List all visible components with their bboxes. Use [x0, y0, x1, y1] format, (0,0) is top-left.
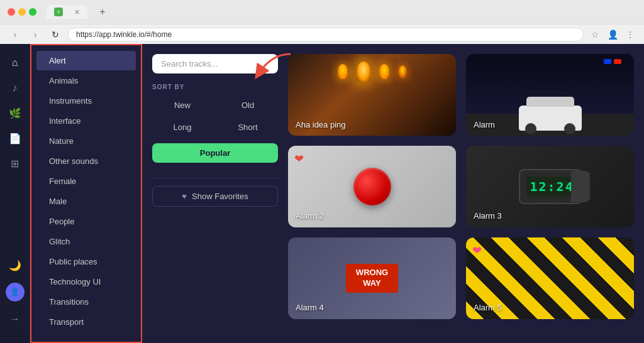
bulb-small-1: [338, 64, 348, 79]
card-2-title: Alarm: [474, 120, 495, 129]
divider: [152, 178, 278, 178]
card-6-title: Alarm 5: [474, 303, 502, 312]
traffic-lights: [8, 8, 36, 16]
sidebar-item-nature[interactable]: Nature: [36, 131, 136, 151]
sound-card-alarm-3[interactable]: 12:24 Alarm 3: [466, 146, 634, 227]
sound-card-alarm-4[interactable]: WRONGWAY Alarm 4: [288, 237, 456, 319]
home-icon-btn[interactable]: ⌂: [4, 52, 26, 74]
police-scene: Alarm: [466, 54, 634, 136]
sort-short-button[interactable]: Short: [218, 119, 278, 136]
new-tab-button[interactable]: +: [96, 6, 109, 18]
sound-icon-btn[interactable]: ♪: [4, 77, 26, 99]
sidebar-item-interface[interactable]: Interface: [36, 111, 136, 131]
menu-icon[interactable]: ⋮: [624, 28, 636, 41]
clock-display: 12:24: [526, 177, 574, 197]
sort-old-button[interactable]: Old: [218, 97, 278, 114]
search-placeholder: Search tracks...: [161, 59, 218, 68]
browser-titlebar: T ✕ +: [0, 0, 644, 24]
card-5-title: Alarm 4: [296, 303, 324, 312]
sidebar-item-other-sounds[interactable]: Other sounds: [36, 151, 136, 171]
sidebar-item-alert[interactable]: Alert: [36, 51, 136, 70]
bulb-small-3: [398, 65, 407, 78]
favorites-label: Show Favorites: [192, 192, 248, 201]
grid-icon-btn[interactable]: ⊞: [4, 152, 26, 175]
sort-new-button[interactable]: New: [152, 97, 213, 114]
sidebar: Alert Animals Instruments Interface Natu…: [30, 44, 142, 343]
browser-toolbar: ‹ › ↻ https://app.twinkle.io/#/home ☆ 👤 …: [0, 24, 644, 45]
bulb-small-2: [379, 64, 389, 79]
leaf-icon-btn[interactable]: 🌿: [4, 102, 26, 124]
url-bar[interactable]: https://app.twinkle.io/#/home: [68, 28, 584, 41]
card-overlay: Aha idea ping: [288, 85, 456, 136]
toolbar-icons: ☆ 👤 ⋮: [589, 28, 636, 41]
sidebar-item-transitions[interactable]: Transitions: [36, 292, 136, 312]
file-icon-btn[interactable]: 📄: [4, 127, 26, 150]
clock-body: 12:24: [519, 169, 582, 204]
icon-bar: ⌂ ♪ 🌿 📄 ⊞ 🌙 👤 →: [0, 44, 30, 343]
minimize-button[interactable]: [18, 8, 26, 16]
sidebar-item-female[interactable]: Female: [36, 172, 136, 191]
sidebar-item-animals[interactable]: Animals: [36, 71, 136, 90]
sound-card-alarm-2[interactable]: ❤ Alarm 2: [288, 146, 456, 227]
sound-card-alarm-5[interactable]: ❤ Alarm 5: [466, 237, 634, 319]
browser-tab[interactable]: T ✕: [47, 5, 87, 19]
sidebar-item-people[interactable]: People: [36, 212, 136, 231]
card-overlay: Alarm: [466, 54, 634, 136]
maximize-button[interactable]: [29, 8, 36, 16]
app-container: ⌂ ♪ 🌿 📄 ⊞ 🌙 👤 → Alert Animals Instrument…: [0, 44, 644, 343]
main-content: Search tracks... SORT BY New Old Long: [142, 44, 644, 343]
sidebar-item-transport[interactable]: Transport: [36, 312, 136, 332]
refresh-button[interactable]: ↻: [48, 27, 63, 42]
forward-button[interactable]: ›: [28, 27, 43, 42]
heart-filled-icon-2: ❤: [472, 244, 482, 258]
sidebar-item-male[interactable]: Male: [36, 192, 136, 211]
sidebar-item-public-places[interactable]: Public places: [36, 252, 136, 271]
heart-filled-icon: ❤: [294, 152, 304, 166]
bookmark-icon[interactable]: ☆: [589, 28, 601, 41]
sort-long-button[interactable]: Long: [152, 119, 213, 136]
show-favorites-button[interactable]: ♥ Show Favorites: [152, 186, 278, 207]
sidebar-item-glitch[interactable]: Glitch: [36, 232, 136, 251]
card-4-title: Alarm 3: [474, 211, 502, 220]
card-label: Alarm 2: [296, 210, 324, 221]
card-1-title: Aha idea ping: [296, 120, 346, 129]
filter-panel: Search tracks... SORT BY New Old Long: [152, 54, 278, 333]
tab-close-icon[interactable]: ✕: [74, 8, 80, 16]
sound-grid: Aha idea ping: [288, 54, 634, 333]
sound-card-aha-idea-ping[interactable]: Aha idea ping: [288, 54, 456, 136]
bulb-large: [357, 62, 370, 82]
sort-popular-button[interactable]: Popular: [152, 143, 278, 163]
back-button[interactable]: ‹: [8, 27, 23, 42]
clock-side: [571, 171, 590, 202]
browser-chrome: T ✕ + ‹ › ↻ https://app.twinkle.io/#/hom…: [0, 0, 644, 44]
tab-favicon: T: [54, 8, 63, 16]
card-3-title: Alarm 2: [296, 211, 324, 220]
wrong-way-sign: WRONGWAY: [346, 264, 398, 293]
profile-icon[interactable]: 👤: [606, 28, 619, 41]
search-wrapper: Search tracks...: [152, 54, 278, 74]
sidebar-item-technology-ui[interactable]: Technology UI: [36, 272, 136, 291]
sidebar-item-instruments[interactable]: Instruments: [36, 91, 136, 111]
card-label-5: Alarm 4: [296, 302, 324, 313]
sound-card-alarm[interactable]: Alarm: [466, 54, 634, 136]
red-button: [353, 168, 391, 205]
sort-grid: New Old Long Short: [152, 97, 278, 136]
heart-icon: ♥: [182, 192, 187, 201]
card-label-4: Alarm 3: [474, 210, 502, 221]
card-label-6: Alarm 5: [474, 302, 502, 313]
logout-icon-btn[interactable]: →: [4, 308, 26, 330]
close-button[interactable]: [8, 8, 15, 16]
moon-icon-btn[interactable]: 🌙: [4, 254, 26, 276]
avatar[interactable]: 👤: [6, 283, 25, 302]
